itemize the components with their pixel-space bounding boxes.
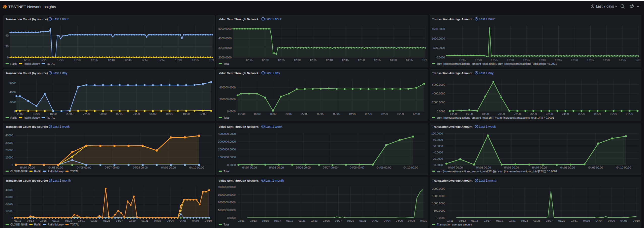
svg-text:03/31: 03/31 <box>359 219 366 222</box>
svg-text:12:20: 12:20 <box>475 58 482 61</box>
svg-text:Rafiki Money: Rafiki Money <box>24 62 40 65</box>
svg-text:Value Sent Through Network: Value Sent Through Network <box>219 17 259 21</box>
svg-text:03/27: 03/27 <box>335 219 342 222</box>
svg-text:12:45: 12:45 <box>124 58 132 61</box>
svg-text:Total: Total <box>223 62 229 65</box>
svg-text:12:40: 12:40 <box>326 58 333 61</box>
svg-text:06:00: 06:00 <box>365 112 372 115</box>
svg-text:00:00: 00:00 <box>530 112 537 115</box>
svg-text:14:00: 14:00 <box>450 112 457 115</box>
svg-text:TESTNET Network Insights: TESTNET Network Insights <box>8 5 56 9</box>
svg-text:04/02: 04/02 <box>371 219 378 222</box>
svg-text:Transaction Average Amount: Transaction Average Amount <box>432 179 472 182</box>
svg-text:3000.0000: 3000.0000 <box>218 46 232 49</box>
svg-text:Transaction Count (by source): Transaction Count (by source) <box>6 125 48 128</box>
svg-text:12:30: 12:30 <box>507 58 514 61</box>
svg-text:20:00: 20:00 <box>66 112 73 115</box>
svg-text:13:05: 13:05 <box>619 58 626 61</box>
svg-text:04/09 00:00: 04/09 00:00 <box>588 166 603 169</box>
svg-text:04/05 00:00: 04/05 00:00 <box>269 166 284 169</box>
svg-text:5000.0000: 5000.0000 <box>218 27 232 30</box>
svg-text:13:00: 13:00 <box>390 58 397 61</box>
svg-text:12:50: 12:50 <box>141 58 148 61</box>
svg-text:4000: 4000 <box>10 91 16 94</box>
svg-text:04/08 00:00: 04/08 00:00 <box>350 166 364 169</box>
svg-text:03/17: 03/17 <box>484 219 491 222</box>
svg-text:Total: Total <box>223 223 229 226</box>
svg-text:04/10: 04/10 <box>205 219 212 222</box>
svg-text:03/25: 03/25 <box>323 219 330 222</box>
svg-text:03/23: 03/23 <box>521 219 528 222</box>
svg-text:Transaction Count (by source): Transaction Count (by source) <box>6 71 48 74</box>
svg-text:Transaction Average Amount: Transaction Average Amount <box>432 17 472 21</box>
svg-text:Last 1 hour: Last 1 hour <box>53 17 69 21</box>
svg-text:TOTAL: TOTAL <box>46 62 55 65</box>
svg-text:03/11: 03/11 <box>14 219 21 222</box>
svg-text:10000: 10000 <box>5 156 13 159</box>
svg-text:4000000.0000: 4000000.0000 <box>218 185 236 188</box>
svg-text:0: 0 <box>12 164 13 167</box>
svg-text:06:00: 06:00 <box>149 112 156 115</box>
svg-text:40000: 40000 <box>5 134 13 137</box>
svg-text:60.0000: 60.0000 <box>433 145 443 148</box>
svg-text:04/04: 04/04 <box>596 219 603 222</box>
svg-text:1500.0000: 1500.0000 <box>432 194 445 198</box>
svg-text:10:00: 10:00 <box>610 112 617 115</box>
svg-text:03/31: 03/31 <box>141 219 148 222</box>
svg-text:1500.0000: 1500.0000 <box>432 27 445 30</box>
svg-text:Last 1 day: Last 1 day <box>479 71 494 75</box>
svg-text:03/17: 03/17 <box>274 219 281 222</box>
svg-text:03/13: 03/13 <box>250 219 257 222</box>
svg-text:04/02: 04/02 <box>154 219 161 222</box>
svg-text:CLOUD-NINE: CLOUD-NINE <box>10 170 27 173</box>
svg-text:Last 1 week: Last 1 week <box>479 125 496 128</box>
svg-text:10000: 10000 <box>5 209 13 212</box>
svg-text:12:30: 12:30 <box>74 58 81 61</box>
svg-text:1000.0000: 1000.0000 <box>432 37 445 40</box>
svg-text:13:1: 13:1 <box>422 58 428 61</box>
svg-text:12:50: 12:50 <box>358 58 365 61</box>
svg-text:20000: 20000 <box>5 149 13 152</box>
svg-text:100.0000: 100.0000 <box>431 132 443 135</box>
svg-text:12:15: 12:15 <box>246 58 253 61</box>
svg-text:20:00: 20:00 <box>498 112 505 115</box>
svg-text:03/19: 03/19 <box>286 219 293 222</box>
svg-text:Rafiki: Rafiki <box>34 223 41 226</box>
svg-text:03/23: 03/23 <box>311 219 318 222</box>
svg-text:13:05: 13:05 <box>192 58 199 61</box>
svg-text:400000.0000: 400000.0000 <box>219 86 236 89</box>
svg-text:2000.0000: 2000.0000 <box>432 187 445 190</box>
svg-text:sum (increase(transactions_amo: sum (increase(transactions_amount_total[… <box>437 170 557 173</box>
svg-text:80.0000: 80.0000 <box>433 138 443 141</box>
svg-text:TOTAL: TOTAL <box>70 223 79 226</box>
svg-text:02:00: 02:00 <box>116 112 123 115</box>
svg-text:03/31: 03/31 <box>571 219 578 222</box>
svg-text:03/13: 03/13 <box>27 219 34 222</box>
svg-text:2000: 2000 <box>10 100 16 103</box>
svg-text:12:55: 12:55 <box>158 58 165 61</box>
svg-text:12:35: 12:35 <box>523 58 530 61</box>
svg-text:04:00: 04:00 <box>349 112 356 115</box>
svg-text:0: 0 <box>14 110 16 113</box>
svg-text:03/13: 03/13 <box>459 219 466 222</box>
svg-text:Transaction Count (by source): Transaction Count (by source) <box>6 17 48 21</box>
svg-text:TOTAL: TOTAL <box>46 116 55 119</box>
svg-text:0.0000: 0.0000 <box>227 216 236 219</box>
svg-text:0: 0 <box>7 56 9 59</box>
svg-text:04/09 00:00: 04/09 00:00 <box>377 166 391 169</box>
svg-text:04/06 00:00: 04/06 00:00 <box>504 166 519 169</box>
svg-text:20.0000: 20.0000 <box>433 157 443 160</box>
svg-text:03/15: 03/15 <box>471 219 478 222</box>
svg-text:13:00: 13:00 <box>175 58 182 61</box>
svg-text:03/11: 03/11 <box>238 219 245 222</box>
svg-text:02:00: 02:00 <box>546 112 553 115</box>
svg-text:04/05 00:00: 04/05 00:00 <box>476 166 491 169</box>
svg-text:03/25: 03/25 <box>103 219 110 222</box>
svg-text:08:00: 08:00 <box>594 112 601 115</box>
svg-text:3000000.0000: 3000000.0000 <box>218 140 236 143</box>
svg-text:14:00: 14:00 <box>16 112 23 115</box>
svg-text:08:00: 08:00 <box>381 112 388 115</box>
svg-text:04:00: 04:00 <box>562 112 569 115</box>
svg-text:00:00: 00:00 <box>100 112 107 115</box>
svg-text:03/23: 03/23 <box>90 219 98 222</box>
